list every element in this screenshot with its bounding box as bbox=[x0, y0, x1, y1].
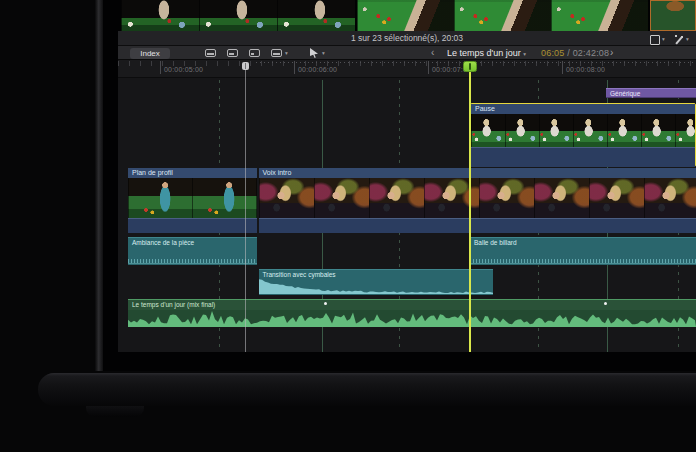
clip-voix-intro[interactable]: Voix intro bbox=[259, 168, 696, 232]
timecode-separator: / bbox=[565, 48, 573, 58]
clip-appearance-icon-2[interactable] bbox=[227, 49, 238, 57]
clip-label: Balle de billard bbox=[470, 238, 696, 248]
ruler-tick bbox=[294, 61, 295, 74]
clip-label: Le temps d'un jour (mix final) bbox=[128, 300, 696, 310]
clip-label: Plan de profil bbox=[128, 168, 257, 178]
clip-label: Voix intro bbox=[259, 168, 696, 178]
index-button[interactable]: Index bbox=[130, 48, 170, 59]
playhead-handle[interactable] bbox=[463, 61, 477, 72]
ruler-tick bbox=[562, 61, 563, 74]
ruler-tick bbox=[428, 61, 429, 74]
ruler-label: 00:00:05:00 bbox=[164, 66, 203, 73]
browser-clip-filmstrip-3[interactable] bbox=[650, 0, 696, 31]
waveform bbox=[128, 310, 696, 327]
ruler-label: 00:00:06:00 bbox=[298, 66, 337, 73]
clip-pause-selected[interactable]: Pause bbox=[470, 103, 696, 167]
project-name-dropdown[interactable]: Le temps d'un jour ▾ bbox=[447, 48, 526, 59]
clip-mix-final[interactable]: Le temps d'un jour (mix final) bbox=[128, 299, 696, 327]
ruler-label: 00:00:08:00 bbox=[566, 66, 605, 73]
macbook-pro-screenshot: 1 sur 23 sélectionné(s), 20:03 ▾ ▾ Index… bbox=[0, 0, 696, 452]
clip-ambiance[interactable]: Ambiance de la pièce bbox=[128, 237, 257, 265]
clip-audio-region bbox=[259, 218, 696, 233]
magic-wand-icon bbox=[674, 35, 684, 45]
clip-label: Générique bbox=[606, 89, 696, 99]
project-chevron-icon: ▾ bbox=[523, 51, 526, 57]
browser-clip-filmstrip-2[interactable] bbox=[357, 0, 648, 31]
clip-filmstrip bbox=[259, 178, 696, 218]
clip-appearance-icon-3[interactable] bbox=[249, 49, 260, 57]
selection-status-text: 1 sur 23 sélectionné(s), 20:03 bbox=[118, 31, 696, 46]
clip-balle-de-billard[interactable]: Balle de billard bbox=[470, 237, 696, 265]
keyframe-dot[interactable] bbox=[604, 302, 607, 305]
clip-filmstrip bbox=[128, 178, 257, 218]
timecode-current: 06:05 bbox=[541, 48, 565, 58]
clip-generique[interactable]: Générique bbox=[606, 88, 696, 98]
next-project-button[interactable]: › bbox=[610, 47, 613, 59]
timecode-display: 06:05 / 02:42:08 bbox=[541, 48, 609, 59]
clip-audio-region bbox=[128, 218, 257, 233]
chevron-down-icon: ▾ bbox=[686, 37, 689, 43]
browser-status-bar: 1 sur 23 sélectionné(s), 20:03 bbox=[118, 31, 696, 46]
project-name-label: Le temps d'un jour bbox=[447, 48, 521, 58]
clip-appearance-chevron-icon[interactable]: ▾ bbox=[285, 51, 288, 57]
macbook-base bbox=[38, 373, 696, 406]
waveform bbox=[259, 277, 493, 294]
previous-project-button[interactable]: ‹ bbox=[431, 47, 434, 59]
timecode-total: 02:42:08 bbox=[573, 48, 610, 58]
waveform-baseline bbox=[128, 263, 257, 264]
clip-transition-cymbales[interactable]: Transition avec cymbales bbox=[259, 269, 493, 295]
clip-appearance-icon-4[interactable] bbox=[271, 49, 282, 57]
clip-plan-de-profil[interactable]: Plan de profil bbox=[128, 168, 257, 232]
waveform-baseline bbox=[470, 263, 696, 264]
browser-clip-filmstrip-1[interactable] bbox=[121, 0, 355, 31]
clip-audio-region bbox=[471, 147, 695, 167]
clip-label: Ambiance de la pièce bbox=[128, 238, 257, 248]
transform-menu-button[interactable]: ▾ bbox=[650, 34, 665, 45]
ruler-tick bbox=[160, 61, 161, 74]
skimmer-line bbox=[245, 62, 246, 352]
clip-label: Pause bbox=[471, 104, 695, 114]
chevron-down-icon: ▾ bbox=[662, 37, 665, 43]
enhancements-menu-button[interactable]: ▾ bbox=[674, 34, 689, 45]
playhead-line bbox=[469, 62, 471, 352]
tool-menu-chevron-icon[interactable]: ▾ bbox=[322, 51, 325, 57]
macbook-bezel-edge bbox=[95, 0, 103, 371]
transform-icon bbox=[650, 35, 660, 45]
clip-appearance-icon-1[interactable] bbox=[205, 49, 216, 57]
skimmer-handle[interactable] bbox=[242, 62, 249, 70]
keyframe-dot[interactable] bbox=[324, 302, 327, 305]
clip-filmstrip bbox=[471, 114, 695, 147]
